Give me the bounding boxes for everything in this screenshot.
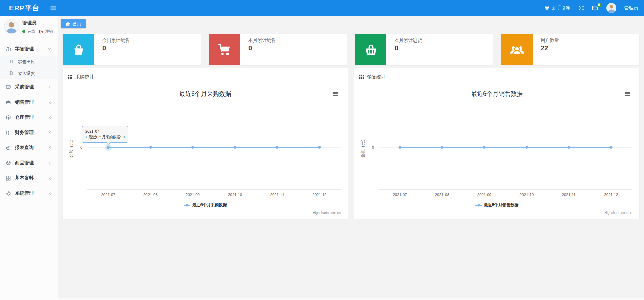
x-axis-label: 2021-07 bbox=[393, 193, 407, 197]
chevron-left-icon bbox=[49, 146, 51, 149]
legend-item[interactable]: 最近6个月销售数据 bbox=[354, 202, 639, 208]
gear-icon bbox=[6, 191, 11, 196]
users-icon bbox=[501, 34, 533, 65]
sidebar-item-warehouse[interactable]: 仓库管理 bbox=[0, 110, 58, 125]
navbar-right-group: 新手引导 0 管理员 bbox=[544, 3, 638, 13]
data-point[interactable] bbox=[107, 146, 110, 149]
online-status-label: 在线 bbox=[27, 29, 35, 34]
x-axis-label: 2021-11 bbox=[562, 193, 576, 197]
chevron-left-icon bbox=[49, 176, 51, 180]
data-point[interactable] bbox=[149, 146, 152, 149]
book-icon bbox=[9, 59, 15, 65]
panel-header: 销售统计 bbox=[359, 74, 386, 80]
sidebar-item-retail-outbound[interactable]: 零售出库 bbox=[0, 56, 58, 68]
user-avatar[interactable] bbox=[606, 3, 616, 13]
data-point[interactable] bbox=[191, 146, 194, 149]
sidebar-item-retail[interactable]: 零售管理 bbox=[0, 41, 58, 56]
menu-toggle-icon[interactable] bbox=[50, 6, 56, 10]
home-icon bbox=[65, 22, 70, 26]
chart-tooltip: 2021-07 最近6个月采购数据: 0 bbox=[82, 126, 128, 143]
sidebar-user-status: 在线 注销 bbox=[22, 29, 53, 34]
top-navbar: ERP平台 新手引导 0 管理员 bbox=[0, 0, 644, 16]
briefcase-icon bbox=[6, 100, 11, 105]
messages-badge: 0 bbox=[597, 3, 601, 7]
sidebar-item-basic-data[interactable]: 基本资料 bbox=[0, 170, 58, 186]
sales-stats-panel: 销售统计 最近6个月销售数据 金额（元）02021-072021-082021-… bbox=[354, 68, 639, 219]
data-point[interactable] bbox=[318, 146, 321, 149]
sidebar-item-label: 系统管理 bbox=[15, 190, 34, 196]
x-axis-label: 2021-10 bbox=[519, 193, 534, 197]
beginner-guide-button[interactable]: 新手引导 bbox=[544, 5, 570, 11]
data-point[interactable] bbox=[483, 146, 486, 149]
chart-context-menu-button[interactable] bbox=[625, 91, 630, 97]
legend-item[interactable]: 最近6个月采购数据 bbox=[63, 202, 348, 208]
x-axis-label: 2021-10 bbox=[228, 193, 242, 197]
chevron-down-icon bbox=[48, 48, 51, 50]
stat-value: 0 bbox=[102, 44, 106, 52]
data-point[interactable] bbox=[610, 146, 612, 149]
fullscreen-button[interactable] bbox=[579, 5, 584, 11]
book-icon bbox=[9, 71, 15, 76]
shopping-bag-icon bbox=[63, 34, 94, 65]
sidebar-item-sales[interactable]: 销售管理 bbox=[0, 94, 58, 110]
sidebar-item-reports[interactable]: 报表查询 bbox=[0, 140, 58, 155]
panel-title: 销售统计 bbox=[367, 74, 386, 80]
package-icon bbox=[6, 160, 11, 166]
sidebar-item-goods[interactable]: 商品管理 bbox=[0, 155, 58, 170]
navbar-username[interactable]: 管理员 bbox=[624, 5, 638, 11]
sidebar-menu: 零售管理零售出库零售退货采购管理销售管理仓库管理财务管理报表查询商品管理基本资料… bbox=[0, 41, 58, 201]
stat-card-user-count[interactable]: 用户数量22 bbox=[501, 34, 639, 65]
charts-row: 采购统计 最近6个月采购数据 金额（元）02021-072021-082021-… bbox=[63, 68, 639, 219]
chevron-left-icon bbox=[49, 115, 51, 119]
data-point[interactable] bbox=[525, 146, 528, 149]
sidebar-item-label: 采购管理 bbox=[15, 84, 34, 90]
sidebar-item-label: 销售管理 bbox=[15, 99, 34, 105]
legend-label: 最近6个月销售数据 bbox=[484, 202, 519, 208]
sidebar-item-system[interactable]: 系统管理 bbox=[0, 186, 58, 201]
data-point[interactable] bbox=[399, 146, 401, 149]
data-point[interactable] bbox=[276, 146, 278, 149]
sidebar-item-purchase[interactable]: 采购管理 bbox=[0, 79, 58, 94]
beginner-guide-label: 新手引导 bbox=[552, 5, 570, 11]
sidebar-item-finance[interactable]: 财务管理 bbox=[0, 125, 58, 140]
basket-icon bbox=[355, 34, 386, 65]
stat-value: 22 bbox=[541, 44, 548, 52]
highcharts-credit[interactable]: Highcharts.com.cn bbox=[604, 211, 632, 215]
y-axis-title: 金额（元） bbox=[69, 137, 74, 158]
x-axis-label: 2021-09 bbox=[477, 193, 491, 197]
stat-label: 本月累计进货 bbox=[395, 37, 422, 44]
stat-card-month-sales[interactable]: 本月累计销售0 bbox=[209, 34, 347, 65]
data-point[interactable] bbox=[567, 146, 570, 149]
y-axis-tick-label: 0 bbox=[372, 145, 374, 149]
logout-link[interactable]: 注销 bbox=[45, 29, 53, 34]
app-logo: ERP平台 bbox=[9, 3, 39, 13]
legend-line-marker-icon bbox=[184, 203, 190, 207]
stat-card-month-purchase[interactable]: 本月累计进货0 bbox=[355, 34, 493, 65]
chart-title: 最近6个月采购数据 bbox=[63, 90, 348, 98]
sidebar-item-label: 零售管理 bbox=[15, 46, 34, 52]
y-axis-tick-label: 0 bbox=[80, 145, 82, 149]
stat-card-today-sales[interactable]: 今日累计销售0 bbox=[63, 34, 201, 65]
stat-label: 本月累计销售 bbox=[248, 37, 276, 44]
highcharts-credit[interactable]: Highcharts.com.cn bbox=[313, 211, 341, 215]
y-axis-title: 金额（元） bbox=[360, 137, 365, 158]
grid-icon bbox=[6, 175, 11, 181]
gem-icon bbox=[544, 5, 550, 11]
tab-home[interactable]: 首页 bbox=[61, 19, 86, 28]
sidebar-item-retail-returns[interactable]: 零售退货 bbox=[0, 68, 58, 79]
sidebar: 管理员 在线 注销 零售管理零售出库零售退货采购管理销售管理仓库管理财务管理报表… bbox=[0, 16, 58, 300]
stat-value: 0 bbox=[248, 44, 252, 52]
sidebar-item-label: 零售出库 bbox=[18, 59, 35, 65]
stat-label: 用户数量 bbox=[541, 37, 559, 44]
x-axis-label: 2021-09 bbox=[186, 193, 200, 197]
chart-title: 最近6个月销售数据 bbox=[354, 90, 639, 98]
sidebar-item-label: 零售退货 bbox=[18, 71, 35, 77]
chevron-left-icon bbox=[49, 100, 51, 104]
chart-context-menu-button[interactable] bbox=[333, 91, 338, 97]
sidebar-item-label: 商品管理 bbox=[15, 160, 34, 166]
sidebar-item-label: 财务管理 bbox=[15, 130, 34, 136]
data-point[interactable] bbox=[441, 146, 444, 149]
data-point[interactable] bbox=[234, 146, 236, 149]
messages-button[interactable]: 0 bbox=[592, 6, 598, 10]
legend-label: 最近6个月采购数据 bbox=[192, 202, 227, 208]
